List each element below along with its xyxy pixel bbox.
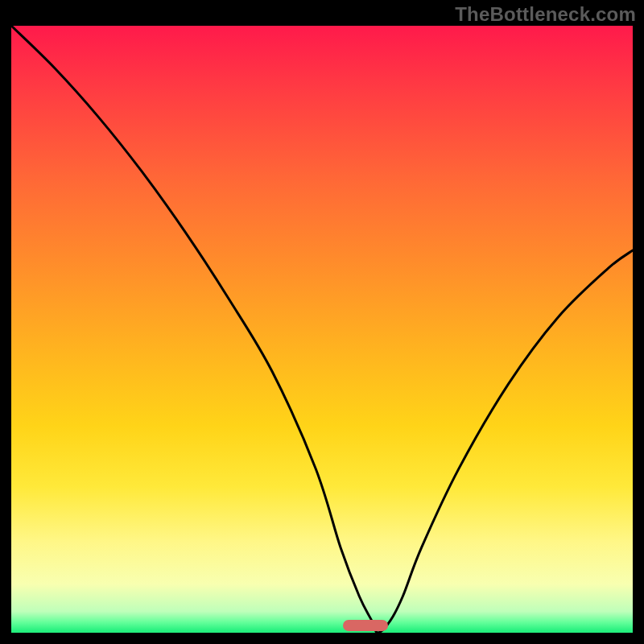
- minimum-marker: [343, 620, 388, 631]
- plot-area: [11, 26, 633, 633]
- chart-frame: TheBottleneck.com: [0, 0, 644, 644]
- watermark-text: TheBottleneck.com: [455, 3, 636, 26]
- bottleneck-curve: [11, 26, 633, 633]
- curve-layer: [11, 26, 633, 633]
